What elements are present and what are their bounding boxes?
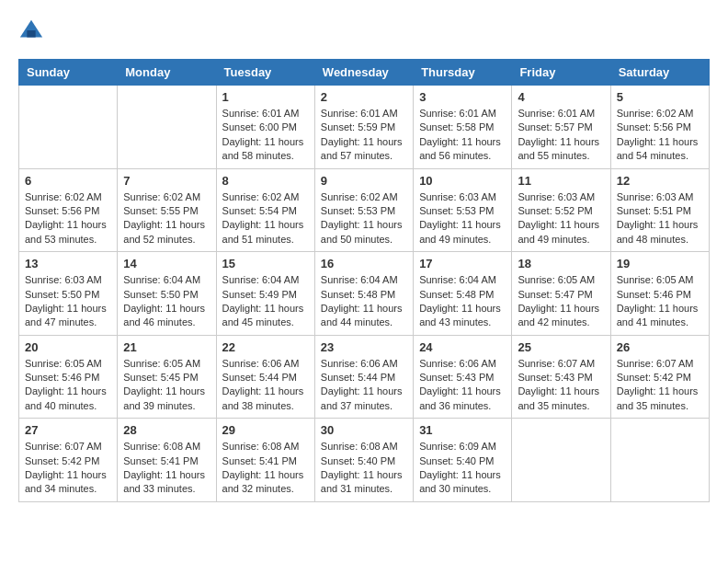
day-number: 29 (222, 423, 309, 437)
day-number: 19 (617, 257, 703, 270)
calendar-cell: 31Sunrise: 6:09 AMSunset: 5:40 PMDayligh… (414, 419, 512, 502)
day-number: 18 (518, 257, 604, 270)
calendar-cell: 15Sunrise: 6:04 AMSunset: 5:49 PMDayligh… (216, 252, 314, 336)
day-info: Sunrise: 6:06 AMSunset: 5:43 PMDaylight:… (419, 357, 506, 414)
calendar-cell: 2Sunrise: 6:01 AMSunset: 5:59 PMDaylight… (314, 86, 413, 169)
weekday-header-row: SundayMondayTuesdayWednesdayThursdayFrid… (19, 60, 710, 86)
day-info: Sunrise: 6:06 AMSunset: 5:44 PMDaylight:… (222, 357, 309, 414)
day-info: Sunrise: 6:05 AMSunset: 5:45 PMDaylight:… (123, 357, 210, 414)
day-number: 30 (321, 423, 407, 437)
day-number: 9 (321, 174, 407, 188)
day-info: Sunrise: 6:08 AMSunset: 5:40 PMDaylight:… (321, 440, 407, 497)
weekday-header: Wednesday (314, 60, 413, 86)
day-number: 23 (321, 340, 407, 354)
day-number: 24 (419, 340, 506, 354)
day-info: Sunrise: 6:03 AMSunset: 5:53 PMDaylight:… (419, 190, 506, 247)
day-number: 3 (419, 90, 506, 104)
svg-rect-1 (27, 30, 35, 37)
calendar-cell: 26Sunrise: 6:07 AMSunset: 5:42 PMDayligh… (610, 335, 709, 419)
calendar-week-row: 20Sunrise: 6:05 AMSunset: 5:46 PMDayligh… (19, 335, 710, 419)
calendar-cell: 24Sunrise: 6:06 AMSunset: 5:43 PMDayligh… (414, 335, 512, 419)
calendar-cell: 6Sunrise: 6:02 AMSunset: 5:56 PMDaylight… (19, 168, 118, 252)
weekday-header: Friday (512, 60, 610, 86)
calendar-cell: 12Sunrise: 6:03 AMSunset: 5:51 PMDayligh… (610, 168, 709, 252)
day-info: Sunrise: 6:04 AMSunset: 5:48 PMDaylight:… (419, 273, 506, 330)
calendar-cell: 13Sunrise: 6:03 AMSunset: 5:50 PMDayligh… (19, 252, 118, 336)
day-number: 26 (617, 340, 703, 354)
day-number: 12 (617, 174, 703, 188)
day-number: 11 (518, 174, 604, 188)
day-number: 4 (518, 90, 604, 104)
calendar-week-row: 27Sunrise: 6:07 AMSunset: 5:42 PMDayligh… (19, 419, 710, 502)
day-number: 15 (222, 257, 309, 270)
calendar-cell: 4Sunrise: 6:01 AMSunset: 5:57 PMDaylight… (512, 86, 610, 169)
calendar-cell: 5Sunrise: 6:02 AMSunset: 5:56 PMDaylight… (610, 86, 709, 169)
weekday-header: Thursday (414, 60, 512, 86)
day-info: Sunrise: 6:05 AMSunset: 5:47 PMDaylight:… (518, 273, 604, 330)
calendar-cell: 11Sunrise: 6:03 AMSunset: 5:52 PMDayligh… (512, 168, 610, 252)
calendar-cell: 19Sunrise: 6:05 AMSunset: 5:46 PMDayligh… (610, 252, 709, 336)
calendar-cell: 28Sunrise: 6:08 AMSunset: 5:41 PMDayligh… (118, 419, 216, 502)
day-info: Sunrise: 6:09 AMSunset: 5:40 PMDaylight:… (419, 440, 506, 497)
day-number: 13 (25, 257, 111, 270)
day-info: Sunrise: 6:02 AMSunset: 5:56 PMDaylight:… (25, 190, 111, 247)
day-info: Sunrise: 6:03 AMSunset: 5:50 PMDaylight:… (25, 273, 111, 330)
day-number: 21 (123, 340, 210, 354)
calendar-cell: 3Sunrise: 6:01 AMSunset: 5:58 PMDaylight… (414, 86, 512, 169)
page-header (18, 18, 710, 44)
calendar-cell (512, 419, 610, 502)
calendar-cell: 25Sunrise: 6:07 AMSunset: 5:43 PMDayligh… (512, 335, 610, 419)
day-number: 5 (617, 90, 703, 104)
day-info: Sunrise: 6:08 AMSunset: 5:41 PMDaylight:… (222, 440, 309, 497)
day-info: Sunrise: 6:03 AMSunset: 5:52 PMDaylight:… (518, 190, 604, 247)
day-info: Sunrise: 6:02 AMSunset: 5:54 PMDaylight:… (222, 190, 309, 247)
day-info: Sunrise: 6:05 AMSunset: 5:46 PMDaylight:… (25, 357, 111, 414)
day-number: 16 (321, 257, 407, 270)
day-info: Sunrise: 6:04 AMSunset: 5:50 PMDaylight:… (123, 273, 210, 330)
day-number: 17 (419, 257, 506, 270)
calendar-week-row: 13Sunrise: 6:03 AMSunset: 5:50 PMDayligh… (19, 252, 710, 336)
day-info: Sunrise: 6:03 AMSunset: 5:51 PMDaylight:… (617, 190, 703, 247)
day-number: 8 (222, 174, 309, 188)
day-info: Sunrise: 6:02 AMSunset: 5:55 PMDaylight:… (123, 190, 210, 247)
day-number: 7 (123, 174, 210, 188)
logo-icon (18, 18, 44, 44)
calendar-cell: 9Sunrise: 6:02 AMSunset: 5:53 PMDaylight… (314, 168, 413, 252)
day-info: Sunrise: 6:01 AMSunset: 5:57 PMDaylight:… (518, 107, 604, 164)
weekday-header: Sunday (19, 60, 118, 86)
calendar-cell: 16Sunrise: 6:04 AMSunset: 5:48 PMDayligh… (314, 252, 413, 336)
day-info: Sunrise: 6:02 AMSunset: 5:56 PMDaylight:… (617, 107, 703, 164)
day-info: Sunrise: 6:06 AMSunset: 5:44 PMDaylight:… (321, 357, 407, 414)
day-number: 1 (222, 90, 309, 104)
calendar-cell (19, 86, 118, 169)
day-number: 14 (123, 257, 210, 270)
day-info: Sunrise: 6:02 AMSunset: 5:53 PMDaylight:… (321, 190, 407, 247)
calendar-cell: 17Sunrise: 6:04 AMSunset: 5:48 PMDayligh… (414, 252, 512, 336)
calendar-cell: 10Sunrise: 6:03 AMSunset: 5:53 PMDayligh… (414, 168, 512, 252)
day-info: Sunrise: 6:07 AMSunset: 5:43 PMDaylight:… (518, 357, 604, 414)
day-number: 2 (321, 90, 407, 104)
calendar-cell: 14Sunrise: 6:04 AMSunset: 5:50 PMDayligh… (118, 252, 216, 336)
day-info: Sunrise: 6:04 AMSunset: 5:49 PMDaylight:… (222, 273, 309, 330)
day-number: 6 (25, 174, 111, 188)
day-info: Sunrise: 6:08 AMSunset: 5:41 PMDaylight:… (123, 440, 210, 497)
day-info: Sunrise: 6:07 AMSunset: 5:42 PMDaylight:… (25, 440, 111, 497)
day-number: 22 (222, 340, 309, 354)
calendar-cell: 1Sunrise: 6:01 AMSunset: 6:00 PMDaylight… (216, 86, 314, 169)
calendar-cell: 18Sunrise: 6:05 AMSunset: 5:47 PMDayligh… (512, 252, 610, 336)
day-number: 31 (419, 423, 506, 437)
day-number: 25 (518, 340, 604, 354)
day-info: Sunrise: 6:01 AMSunset: 6:00 PMDaylight:… (222, 107, 309, 164)
calendar-cell: 22Sunrise: 6:06 AMSunset: 5:44 PMDayligh… (216, 335, 314, 419)
calendar-cell: 20Sunrise: 6:05 AMSunset: 5:46 PMDayligh… (19, 335, 118, 419)
weekday-header: Tuesday (216, 60, 314, 86)
calendar-week-row: 6Sunrise: 6:02 AMSunset: 5:56 PMDaylight… (19, 168, 710, 252)
weekday-header: Monday (118, 60, 216, 86)
day-info: Sunrise: 6:07 AMSunset: 5:42 PMDaylight:… (617, 357, 703, 414)
calendar-cell: 21Sunrise: 6:05 AMSunset: 5:45 PMDayligh… (118, 335, 216, 419)
day-info: Sunrise: 6:01 AMSunset: 5:58 PMDaylight:… (419, 107, 506, 164)
day-info: Sunrise: 6:04 AMSunset: 5:48 PMDaylight:… (321, 273, 407, 330)
day-number: 27 (25, 423, 111, 437)
calendar-cell: 7Sunrise: 6:02 AMSunset: 5:55 PMDaylight… (118, 168, 216, 252)
calendar-cell: 23Sunrise: 6:06 AMSunset: 5:44 PMDayligh… (314, 335, 413, 419)
